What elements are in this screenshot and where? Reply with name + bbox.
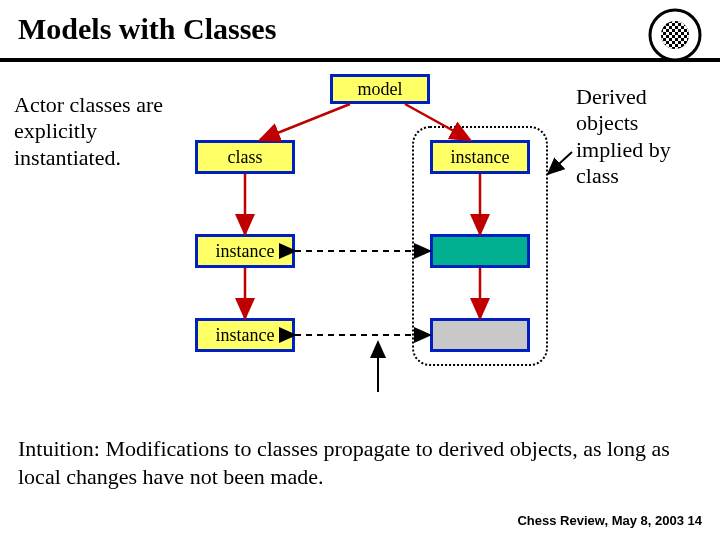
svg-point-2 [661, 21, 689, 49]
box-class: class [195, 140, 295, 174]
svg-line-5 [260, 104, 350, 140]
intuition-text: Intuition: Modifications to classes prop… [18, 435, 702, 490]
logo-icon [648, 8, 702, 62]
box-instance-left2: instance [195, 318, 295, 352]
right-annotation: Derived objects implied by class [576, 84, 706, 190]
left-annotation: Actor classes are explicitly instantiate… [14, 92, 179, 171]
box-model: model [330, 74, 430, 104]
diagram: Actor classes are explicitly instantiate… [0, 62, 720, 442]
page-title: Models with Classes [18, 12, 702, 46]
svg-line-13 [548, 152, 572, 174]
dotted-group [412, 126, 548, 366]
footer: Chess Review, May 8, 2003 14 [517, 513, 702, 528]
box-instance-left1: instance [195, 234, 295, 268]
